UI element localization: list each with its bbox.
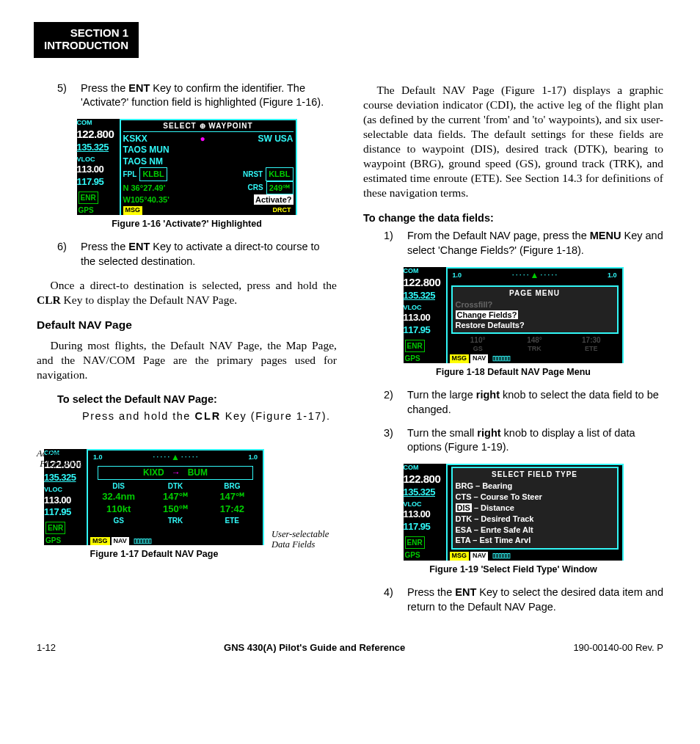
gps-label: GPS [77,205,120,215]
vloc-standby: 117.95 [77,176,120,189]
val-trk: 150°ᴹ [147,503,203,516]
crs-label: CRS [248,183,263,192]
figure-1-18: COM 122.800 135.325 VLOC 113.00 117.95 E… [404,267,624,364]
cdi-scale: 1.0 · · · · ·▲· · · · · 1.0 [450,271,620,281]
page-boxes: ▯▯▯▯▯▯ [131,537,153,546]
com-standby: 135.325 [44,472,87,484]
step-num: 1) [384,229,407,258]
t: Press and hold the [82,410,194,422]
dim-val: 110° [450,335,506,345]
gps-label: GPS [404,550,446,560]
page-menu: PAGE MENU Crossfill? Change Fields? Rest… [451,285,619,335]
nav-page-indicator: NAV [470,552,488,561]
step-text: Turn the large right knob to select the … [407,388,663,417]
field-dtk: DTK – Desired Track [456,514,614,525]
para-during-most-flights: During most flights, the Default NAV Pag… [37,338,337,382]
enr-badge: ENR [45,522,65,534]
left-column: 5) Press the ENT Key to confirm the iden… [37,77,337,624]
key: CLR [37,293,61,306]
vloc-active: 113.00 [77,164,120,176]
hdr-dis: DIS [90,481,147,491]
select-field-window: SELECT FIELD TYPE BRG – Bearing CTS – Co… [451,467,619,550]
step-r3: 3) Turn the small right knob to display … [384,426,663,455]
vloc-standby: 117.95 [44,506,87,519]
doc-rev: 190-00140-00 Rev. P [573,642,663,654]
to-from-flag-icon: ▲ [531,270,539,282]
step-num: 4) [384,586,407,614]
para-default-nav-desc: The Default NAV Page (Figure 1-17) displ… [363,83,663,201]
step-5: 5) Press the ENT Key to confirm the iden… [57,81,337,110]
vloc-active: 113.00 [404,312,446,324]
activate-highlight: Activate? [254,194,294,205]
page-footer: 1-12 GNS 430(A) Pilot's Guide and Refere… [37,642,663,654]
annot-active-leg: Active Leg ofFlight Plan [35,449,87,470]
to-from-flag-icon: ▲ [171,452,180,464]
step-text: Press the ENT Key to confirm the identif… [81,81,337,110]
t: From the Default NAV page, press the [407,230,590,241]
nav-page-indicator: NAV [470,354,488,363]
nav-page-indicator: NAV [112,537,129,546]
page-menu-title: PAGE MENU [456,288,614,298]
section-header: SECTION 1 INTRODUCTION [34,22,139,58]
step-text: Press the ENT Key to select the desired … [407,586,663,614]
com-standby: 135.325 [404,486,446,499]
step-r4: 4) Press the ENT Key to select the desir… [384,586,663,614]
field-cts: CTS – Course To Steer [456,492,614,503]
step-num: 2) [384,388,407,417]
t: Key to display the Default NAV Page. [61,293,238,306]
scale-right: 1.0 [248,453,258,462]
drct-label: DRCT [271,206,294,215]
cdi-scale: 1.0 · · · · · ▲ · · · · · 1.0 [90,453,260,463]
title-select-waypoint: SELECT ⊕ WAYPOINT [123,121,294,132]
com-label: COM [77,119,120,128]
scale-left: 1.0 [453,271,462,280]
step-r2: 2) Turn the large right knob to select t… [384,388,663,417]
t: Turn the small [407,427,477,439]
fpl-val: KLBL [139,167,167,180]
hdr-dtk: DTK [147,481,203,491]
wpt-region: SW USA [258,134,294,145]
gps-label: GPS [44,536,87,545]
val-gs: 110kt [90,503,147,516]
vloc-standby: 117.95 [404,521,446,533]
t: Once a direct-to destination is selected… [51,279,337,291]
proc-select-default-nav: To select the Default NAV Page: [57,393,337,406]
figure-1-17-wrap: Active Leg ofFlight Plan TO/FROM Flag Co… [37,449,337,546]
field-brg: BRG – Bearing [456,481,614,492]
wpt-name: TAOS MUN [123,145,294,156]
key: right [476,389,500,401]
step-6: 6) Press the ENT Key to activate a direc… [57,240,337,269]
wpt-id: KSKX [123,134,147,145]
lat: N 36°27.49' [123,183,166,193]
vloc-label: VLOC [404,500,446,509]
step-num: 6) [57,240,81,269]
field-type-title: SELECT FIELD TYPE [456,470,614,480]
msg-annunciator: MSG [450,552,470,561]
proc-change-data-fields: To change the data fields: [363,211,663,225]
step-text: Press the ENT Key to activate a direct-t… [81,240,337,269]
scale-left: 1.0 [93,453,103,462]
val-dtk: 147°ᴹ [147,491,203,503]
dim-val: 17:30 [563,335,619,345]
vloc-label: VLOC [404,304,446,313]
section-header-line1: SECTION 1 [44,26,128,39]
hdr-brg: BRG [204,481,260,491]
section-header-line2: INTRODUCTION [44,39,128,51]
com-standby: 135.325 [77,142,120,154]
enr-badge: ENR [405,340,425,352]
msg-annunciator: MSG [90,537,110,546]
nrst-val: KLBL [266,167,293,180]
dim-val: 148° [506,335,563,345]
field-eta: ETA – Est Time Arvl [456,535,614,546]
key: MENU [590,230,621,241]
para-once-direct-to: Once a direct-to destination is selected… [37,278,337,307]
gns-main: SELECT FIELD TYPE BRG – Bearing CTS – Co… [446,464,624,561]
val-dis: 32.4nm [90,491,147,503]
annot-data-fields: User-selectableData Fields [271,530,334,550]
com-label: COM [404,464,446,473]
key: right [477,427,500,439]
key: ENT [128,82,150,94]
menu-change-fields: Change Fields? [456,310,519,319]
msg-annunciator: MSG [450,354,470,363]
t: Press the [81,82,128,94]
